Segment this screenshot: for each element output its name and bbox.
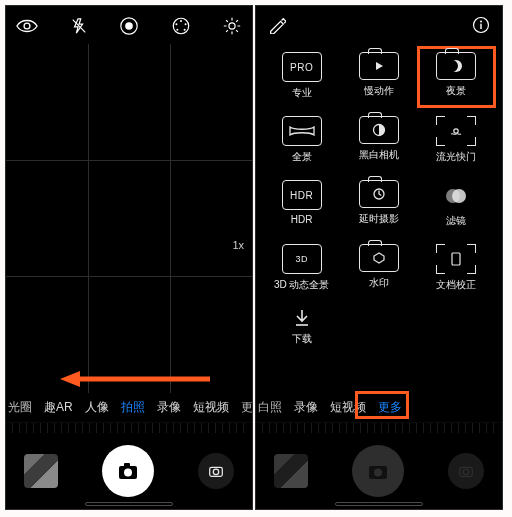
mode-photo-partial[interactable]: 白照 — [258, 399, 282, 416]
svg-point-17 — [213, 469, 218, 474]
svg-point-3 — [125, 22, 133, 30]
tile-hdr[interactable]: HDR HDR — [264, 176, 339, 234]
switch-camera-button-disabled — [448, 453, 484, 489]
switch-camera-button[interactable] — [198, 453, 234, 489]
shutter-button[interactable] — [102, 445, 154, 497]
tile-label: 延时摄影 — [359, 212, 399, 226]
ai-vision-icon[interactable] — [16, 19, 38, 33]
shutter-button-disabled — [352, 445, 404, 497]
svg-marker-12 — [60, 371, 80, 387]
tile-label: 3D 动态全景 — [274, 278, 330, 292]
gallery-thumbnail[interactable] — [24, 454, 58, 488]
tile-label: 夜景 — [446, 84, 466, 98]
tile-monochrome[interactable]: 黑白相机 — [341, 112, 416, 170]
tile-panorama[interactable]: 全景 — [264, 112, 339, 170]
tile-night[interactable]: 夜景 — [419, 48, 494, 106]
tile-label: 滤镜 — [446, 214, 466, 228]
timelapse-icon — [359, 180, 399, 208]
svg-point-0 — [24, 23, 30, 29]
svg-rect-20 — [480, 24, 481, 29]
tile-filter[interactable]: 滤镜 — [419, 176, 494, 234]
svg-point-6 — [184, 23, 186, 25]
tile-slow-motion[interactable]: 慢动作 — [341, 48, 416, 106]
tile-document-scan[interactable]: 文档校正 — [419, 240, 494, 298]
svg-point-7 — [183, 29, 185, 31]
mode-portrait[interactable]: 人像 — [85, 399, 109, 416]
top-toolbar-more — [256, 6, 502, 40]
monochrome-icon — [359, 116, 399, 144]
top-toolbar — [6, 6, 252, 44]
panorama-icon — [282, 116, 322, 146]
tile-3d-panorama[interactable]: 3D 3D 动态全景 — [264, 240, 339, 298]
camera-icon — [366, 459, 390, 483]
mode-tick-indicator — [12, 423, 246, 433]
tile-label: 下载 — [292, 332, 312, 346]
svg-point-8 — [176, 29, 178, 31]
svg-point-19 — [480, 20, 482, 22]
mode-ar[interactable]: 趣AR — [44, 399, 73, 416]
svg-point-23 — [454, 129, 458, 133]
svg-point-26 — [452, 189, 466, 203]
pro-icon: PRO — [282, 52, 322, 82]
flash-off-icon[interactable] — [70, 17, 88, 35]
tile-label: 专业 — [292, 86, 312, 100]
night-mode-icon — [436, 52, 476, 80]
tile-label: 全景 — [292, 150, 312, 164]
light-painting-icon — [436, 116, 476, 146]
tile-label: 水印 — [369, 276, 389, 290]
svg-rect-27 — [452, 253, 460, 265]
shutter-row — [6, 437, 252, 509]
camera-screen-more-modes: PRO 专业 慢动作 夜景 全景 — [255, 5, 503, 510]
mode-more[interactable]: 更多 — [378, 399, 402, 416]
tile-download[interactable]: 下载 — [264, 304, 339, 352]
settings-gear-icon[interactable] — [222, 16, 242, 36]
mode-tick-indicator-r — [262, 423, 496, 433]
tile-label: HDR — [291, 214, 313, 225]
tile-timelapse[interactable]: 延时摄影 — [341, 176, 416, 234]
tile-watermark[interactable]: 水印 — [341, 240, 416, 298]
slow-motion-icon — [359, 52, 399, 80]
mode-short-video[interactable]: 短视频 — [193, 399, 229, 416]
tile-label: 流光快门 — [436, 150, 476, 164]
hdr-icon: HDR — [282, 180, 322, 210]
camera-mode-strip-right[interactable]: 白照 录像 短视频 更多 — [256, 393, 502, 423]
tile-light-painting[interactable]: 流光快门 — [419, 112, 494, 170]
camera-screen-main: 1x 光圈 趣AR 人像 拍照 录像 短视频 更 — [5, 5, 253, 510]
mode-video-r[interactable]: 录像 — [294, 399, 318, 416]
tile-pro[interactable]: PRO 专业 — [264, 48, 339, 106]
pano3d-icon: 3D — [282, 244, 322, 274]
svg-point-15 — [124, 469, 132, 477]
info-icon[interactable] — [472, 16, 490, 34]
mode-photo[interactable]: 拍照 — [121, 399, 145, 416]
color-mode-icon[interactable] — [171, 16, 191, 36]
svg-point-9 — [175, 23, 177, 25]
tile-label: 黑白相机 — [359, 148, 399, 162]
camera-mode-strip[interactable]: 光圈 趣AR 人像 拍照 录像 短视频 更 — [6, 393, 252, 423]
download-icon — [292, 308, 312, 328]
svg-point-32 — [463, 469, 468, 474]
tile-label: 慢动作 — [364, 84, 394, 98]
mode-video[interactable]: 录像 — [157, 399, 181, 416]
filter-icon — [436, 180, 476, 210]
shutter-row-r — [256, 437, 502, 509]
mode-short-video-r[interactable]: 短视频 — [330, 399, 366, 416]
camera-icon — [116, 459, 140, 483]
svg-point-10 — [229, 23, 235, 29]
watermark-icon — [359, 244, 399, 272]
svg-rect-14 — [124, 463, 130, 467]
switch-camera-icon — [457, 462, 475, 480]
mode-more-partial[interactable]: 更 — [241, 399, 252, 416]
docscan-icon — [436, 244, 476, 274]
mode-grid: PRO 专业 慢动作 夜景 全景 — [256, 40, 502, 352]
nav-pill-icon — [85, 502, 173, 506]
annotation-arrow-icon — [60, 369, 210, 389]
zoom-level[interactable]: 1x — [232, 239, 244, 251]
nav-pill-icon-r — [335, 502, 423, 506]
gallery-thumbnail-r[interactable] — [274, 454, 308, 488]
svg-point-30 — [374, 469, 382, 477]
svg-point-5 — [180, 20, 182, 22]
live-photo-icon[interactable] — [119, 16, 139, 36]
camera-viewfinder[interactable]: 1x — [6, 44, 252, 393]
mode-aperture[interactable]: 光圈 — [8, 399, 32, 416]
edit-icon[interactable] — [268, 16, 286, 34]
